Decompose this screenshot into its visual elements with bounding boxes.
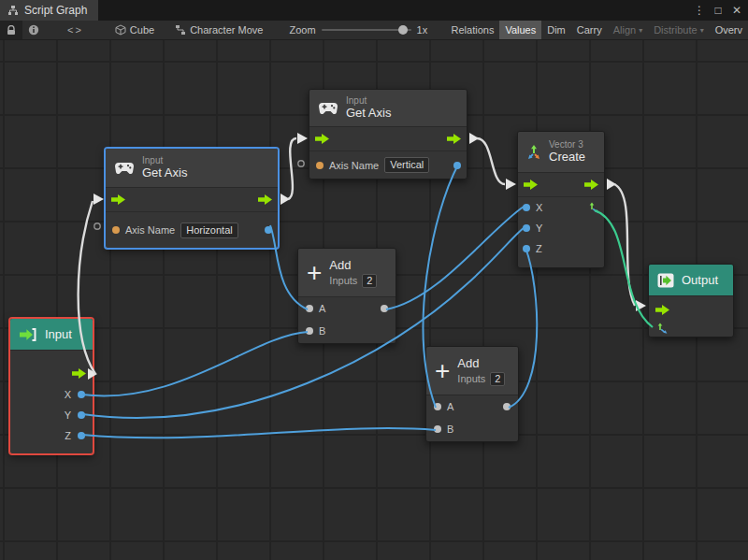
sum-out-port[interactable] <box>503 403 511 410</box>
maximize-icon[interactable]: □ <box>711 4 726 17</box>
node-get-axis-horizontal[interactable]: Input Get Axis Axis Name Horizontal <box>105 148 279 249</box>
edit-graph-button[interactable]: <> <box>62 21 89 39</box>
float-out-port[interactable] <box>265 226 272 234</box>
data-wire-input-z-to-add2-b[interactable] <box>82 428 436 438</box>
port-row-y: Y <box>10 405 93 425</box>
kebab-menu-icon[interactable]: ⋮ <box>692 4 707 17</box>
relations-button[interactable]: Relations <box>446 21 500 39</box>
z-label: Z <box>65 430 71 441</box>
flow-wire-vector3-to-output[interactable] <box>614 184 635 306</box>
input-b-port[interactable] <box>306 327 313 335</box>
node-title: Output <box>682 273 718 287</box>
flow-in-port-icon[interactable] <box>315 134 329 144</box>
flow-in-port-icon[interactable] <box>111 194 125 205</box>
graph-canvas[interactable]: Input Get Axis Axis Name Vertical <box>0 40 748 560</box>
sum-out-port[interactable] <box>381 305 388 312</box>
axis-name-label: Axis Name <box>329 160 379 171</box>
z-in-port[interactable] <box>523 245 530 252</box>
axis-name-field[interactable]: Horizontal <box>180 223 238 238</box>
string-port[interactable] <box>112 226 120 234</box>
inputs-count-field[interactable]: 2 <box>362 274 377 288</box>
inputs-count-field[interactable]: 2 <box>490 372 505 386</box>
toolbar-right-group: Relations Values Dim Carry Align▾ Distri… <box>446 21 748 39</box>
port-row-x: X <box>10 384 93 405</box>
flow-wire-getaxis-h-to-getaxis-v[interactable] <box>288 138 296 199</box>
node-vector3-create[interactable]: Vector 3 Create X Y <box>517 131 605 268</box>
axis-name-field[interactable]: Vertical <box>384 157 429 173</box>
flow-out-port-icon[interactable] <box>258 194 272 205</box>
node-header[interactable]: Input Get Axis <box>106 149 278 188</box>
zoom-slider-handle[interactable] <box>398 25 408 35</box>
lock-button[interactable] <box>0 21 22 39</box>
node-title: Input <box>45 327 72 341</box>
breadcrumb-object[interactable]: Cube <box>109 21 160 39</box>
vector3-out-port-icon[interactable] <box>588 202 599 213</box>
values-button[interactable]: Values <box>499 21 541 39</box>
flow-port-row <box>106 188 278 212</box>
zoom-label: Zoom <box>289 24 315 36</box>
inputs-label: Inputs <box>457 373 485 384</box>
z-out-port[interactable] <box>78 432 85 439</box>
x-in-port[interactable] <box>523 204 530 211</box>
code-icon: <> <box>67 24 83 36</box>
graph-icon <box>175 24 186 36</box>
close-icon[interactable]: ✕ <box>729 4 744 17</box>
dim-button[interactable]: Dim <box>541 21 571 39</box>
unconnected-port-ring[interactable] <box>298 161 304 166</box>
flow-out-port-icon[interactable] <box>447 134 461 144</box>
carry-button[interactable]: Carry <box>571 21 608 39</box>
node-output-event[interactable]: Output <box>648 264 734 337</box>
data-wire-input-x-to-add1-b[interactable] <box>82 332 308 395</box>
breadcrumb-object-label: Cube <box>130 24 154 36</box>
inputs-label: Inputs <box>329 275 357 286</box>
node-header[interactable]: + Add Inputs 2 <box>298 249 396 297</box>
flow-wire-getaxis-v-to-vector3[interactable] <box>477 138 505 184</box>
align-dropdown[interactable]: Align▾ <box>608 21 648 39</box>
values-label: Values <box>505 24 536 36</box>
node-header[interactable]: Vector 3 Create <box>518 132 604 173</box>
x-out-port[interactable] <box>78 391 85 398</box>
tab-script-graph[interactable]: Script Graph <box>0 0 98 21</box>
float-out-port[interactable] <box>453 162 461 169</box>
node-header[interactable]: Input <box>10 319 93 351</box>
vector3-icon <box>526 145 541 160</box>
port-b-label: B <box>319 325 325 337</box>
distribute-dropdown[interactable]: Distribute▾ <box>648 21 709 39</box>
zoom-slider[interactable] <box>322 29 411 31</box>
flow-out-port-icon[interactable] <box>584 179 598 190</box>
flow-in-port-icon[interactable] <box>524 179 538 190</box>
node-get-axis-vertical[interactable]: Input Get Axis Axis Name Vertical <box>309 89 468 179</box>
overview-button[interactable]: Overv <box>710 21 748 39</box>
input-a-port[interactable] <box>306 305 313 312</box>
data-wire-add1-to-vector3-x[interactable] <box>386 207 524 309</box>
vector3-in-port-icon[interactable] <box>656 323 668 334</box>
port-row-y: Y <box>518 218 604 238</box>
unconnected-port-ring[interactable] <box>94 223 100 229</box>
breadcrumb-graph[interactable]: Character Move <box>169 21 268 39</box>
output-event-icon <box>657 273 674 288</box>
flow-out-port-icon[interactable] <box>72 368 86 379</box>
flow-in-port-icon[interactable] <box>655 305 669 315</box>
add-icon: + <box>307 261 322 285</box>
node-header[interactable]: Output <box>649 265 733 296</box>
node-header[interactable]: Input Get Axis <box>309 90 467 127</box>
dim-label: Dim <box>547 24 566 36</box>
overview-label: Overv <box>715 24 742 36</box>
node-header[interactable]: + Add Inputs 2 <box>426 347 518 395</box>
input-b-port[interactable] <box>434 425 441 433</box>
input-a-port[interactable] <box>434 403 441 410</box>
string-port[interactable] <box>316 162 324 169</box>
info-button[interactable] <box>22 21 45 39</box>
x-label: X <box>536 202 542 213</box>
y-out-port[interactable] <box>78 411 85 419</box>
flow-out-arrow <box>280 194 290 205</box>
axis-name-row: Axis Name Vertical <box>309 151 467 179</box>
axis-name-label: Axis Name <box>125 224 175 236</box>
port-a-label: A <box>319 303 325 314</box>
y-in-port[interactable] <box>523 224 530 232</box>
node-add-top[interactable]: + Add Inputs 2 A B <box>297 248 396 344</box>
flow-port-row <box>10 362 93 384</box>
node-input-event[interactable]: Input X Y Z <box>9 318 94 454</box>
node-add-bottom[interactable]: + Add Inputs 2 A B <box>425 346 519 442</box>
flow-in-arrow <box>506 179 516 190</box>
